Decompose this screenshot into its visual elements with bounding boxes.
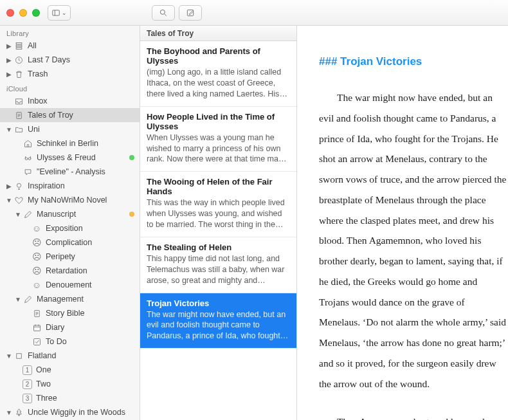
- compose-button[interactable]: [179, 5, 202, 21]
- sidebar-item-todo[interactable]: ▶To Do: [0, 334, 140, 349]
- note-list-item[interactable]: Trojan VictoriesThe war might now have e…: [140, 293, 296, 349]
- sidebar-item-all[interactable]: ▶All: [0, 39, 140, 53]
- disclosure-triangle-icon[interactable]: ▶: [5, 56, 13, 64]
- sidebar-item-label: Manuscript: [37, 210, 127, 219]
- disclosure-triangle-icon[interactable]: ▶: [5, 70, 13, 78]
- pen-icon: [23, 294, 33, 304]
- bulb-icon: [14, 181, 24, 191]
- sidebar-item-trash[interactable]: ▶Trash: [0, 67, 140, 81]
- sidebar-item-last7[interactable]: ▶Last 7 Days: [0, 53, 140, 67]
- building-icon: [23, 138, 33, 149]
- glasses-icon: [23, 152, 33, 163]
- svg-rect-20: [33, 325, 40, 331]
- svg-rect-0: [53, 10, 60, 15]
- sidebar-item-peripety[interactable]: ▶☹Peripety: [0, 250, 140, 264]
- sidebar-item-uni[interactable]: ▼Uni: [0, 122, 140, 136]
- sidebar-item-exposition[interactable]: ▶☺Exposition: [0, 221, 140, 235]
- note-list-item[interactable]: How People Lived in the Time of UlyssesW…: [140, 107, 296, 172]
- sidebar-item-label: Flatland: [28, 351, 134, 360]
- editor-pane[interactable]: ### Trojan Victories The war might now h…: [297, 26, 508, 420]
- editor-paragraph[interactable]: The war might now have ended, but an evi…: [319, 87, 508, 394]
- note-title: How People Lived in the Time of Ulysses: [147, 112, 290, 131]
- note-list-item[interactable]: The Wooing of Helen of the Fair HandsThi…: [140, 172, 296, 237]
- sidebar-item-diary[interactable]: ▶Diary: [0, 320, 140, 334]
- sidebar-item-complication[interactable]: ▶☹Complication: [0, 235, 140, 250]
- trash-icon: [14, 69, 24, 79]
- sidebar-item-label: Management: [37, 295, 134, 304]
- sidebar-item-retardation[interactable]: ▶☹Retardation: [0, 264, 140, 278]
- note-list-title: Tales of Troy: [147, 29, 194, 38]
- sidebar-item-troy[interactable]: ▶Tales of Troy: [0, 108, 140, 122]
- close-button[interactable]: [6, 9, 14, 17]
- sidebar-item-fl-one[interactable]: ▶1One: [0, 363, 140, 377]
- disclosure-triangle-icon[interactable]: ▼: [5, 408, 13, 416]
- search-button[interactable]: [152, 5, 175, 21]
- sidebar-item-label: One: [36, 365, 134, 374]
- sidebar-item-fl-two[interactable]: ▶2Two: [0, 377, 140, 391]
- sidebar-item-management[interactable]: ▼Management: [0, 292, 140, 306]
- sidebar-item-denouement[interactable]: ▶☺Denouement: [0, 278, 140, 292]
- sidebar-item-label: "Eveline" - Analysis: [37, 167, 134, 176]
- note-title: The Stealing of Helen: [147, 242, 290, 252]
- app-window: ⌄ Library▶All▶Last 7 Days▶TrashiCloud▶In…: [0, 0, 508, 420]
- note-preview: (img) Long ago, in a little island calle…: [147, 67, 290, 100]
- editor-paragraph[interactable]: Then Agamemnon hastened here and there, …: [319, 412, 508, 420]
- editor-body[interactable]: The war might now have ended, but an evi…: [319, 87, 508, 420]
- sidebar-item-label: Schinkel in Berlin: [37, 139, 134, 148]
- sidebar-item-label: All: [28, 41, 134, 50]
- note-list-item[interactable]: The Stealing of HelenThis happy time did…: [140, 237, 296, 293]
- face-icon: ☺: [32, 223, 42, 233]
- sidebar-item-label: Ulysses & Freud: [37, 153, 127, 162]
- note-list-item[interactable]: The Boyhood and Parents of Ulysses(img) …: [140, 41, 296, 107]
- sidebar-item-label: Uncle Wiggily in the Woods: [28, 408, 134, 417]
- disclosure-triangle-icon[interactable]: ▼: [5, 125, 13, 133]
- sidebar-item-flatland[interactable]: ▼Flatland: [0, 349, 140, 363]
- sidebar-item-storybible[interactable]: ▶Story Bible: [0, 306, 140, 320]
- folder-icon: [14, 124, 24, 134]
- note-list[interactable]: The Boyhood and Parents of Ulysses(img) …: [140, 41, 296, 420]
- sidebar-item-label: Two: [36, 379, 134, 388]
- sidebar-item-schinkel[interactable]: ▶Schinkel in Berlin: [0, 136, 140, 151]
- note-preview: This was the way in which people lived w…: [147, 197, 290, 230]
- sidebar-toggle-button[interactable]: ⌄: [48, 5, 71, 21]
- sidebar-item-label: Uni: [28, 125, 134, 134]
- note-list-pane: Tales of Troy The Boyhood and Parents of…: [140, 26, 297, 420]
- sidebar-item-ulysses-freud[interactable]: ▶Ulysses & Freud: [0, 151, 140, 165]
- minimize-button[interactable]: [19, 9, 27, 17]
- note-title: The Wooing of Helen of the Fair Hands: [147, 177, 290, 196]
- sidebar-item-label: Trash: [28, 69, 134, 78]
- fullscreen-button[interactable]: [32, 9, 40, 17]
- sidebar-item-manuscript[interactable]: ▼Manuscript: [0, 207, 140, 221]
- disclosure-triangle-icon[interactable]: ▼: [5, 196, 13, 204]
- square-icon: [14, 351, 24, 361]
- sidebar-item-eveline[interactable]: ▶"Eveline" - Analysis: [0, 165, 140, 179]
- note-list-header: Tales of Troy: [140, 26, 296, 41]
- disclosure-triangle-icon[interactable]: ▶: [5, 42, 13, 50]
- disclosure-triangle-icon[interactable]: ▼: [14, 295, 22, 303]
- sidebar-item-inbox[interactable]: ▶Inbox: [0, 94, 140, 108]
- sidebar[interactable]: Library▶All▶Last 7 Days▶TrashiCloud▶Inbo…: [0, 26, 140, 420]
- svg-line-3: [165, 14, 167, 15]
- clock-icon: [14, 55, 24, 65]
- sidebar-item-label: Last 7 Days: [28, 55, 134, 64]
- check-icon: [32, 336, 42, 347]
- sidebar-item-uw[interactable]: ▼Uncle Wiggily in the Woods: [0, 405, 140, 419]
- sidebar-section-title: Library: [0, 26, 140, 39]
- sidebar-item-nano[interactable]: ▼My NaNoWriMo Novel: [0, 193, 140, 207]
- sidebar-item-label: My NaNoWriMo Novel: [28, 196, 134, 205]
- sidebar-item-fl-three[interactable]: ▶3Three: [0, 391, 140, 405]
- status-dot-icon: [129, 155, 134, 160]
- sidebar-item-label: Diary: [46, 323, 134, 332]
- face-icon: ☹: [32, 237, 42, 248]
- sidebar-item-label: Inspiration: [28, 181, 134, 190]
- disclosure-triangle-icon[interactable]: ▶: [5, 182, 13, 190]
- sidebar-item-inspiration[interactable]: ▶Inspiration: [0, 179, 140, 193]
- svg-rect-7: [16, 48, 22, 50]
- calendar-icon: [32, 322, 42, 333]
- disclosure-triangle-icon[interactable]: ▼: [14, 210, 22, 218]
- note-preview: The war might now have ended, but an evi…: [147, 309, 290, 342]
- note-title: The Boyhood and Parents of Ulysses: [147, 46, 290, 66]
- sidebar-item-label: Inbox: [28, 96, 134, 105]
- sidebar-item-label: Peripety: [46, 252, 134, 261]
- disclosure-triangle-icon[interactable]: ▼: [5, 352, 13, 360]
